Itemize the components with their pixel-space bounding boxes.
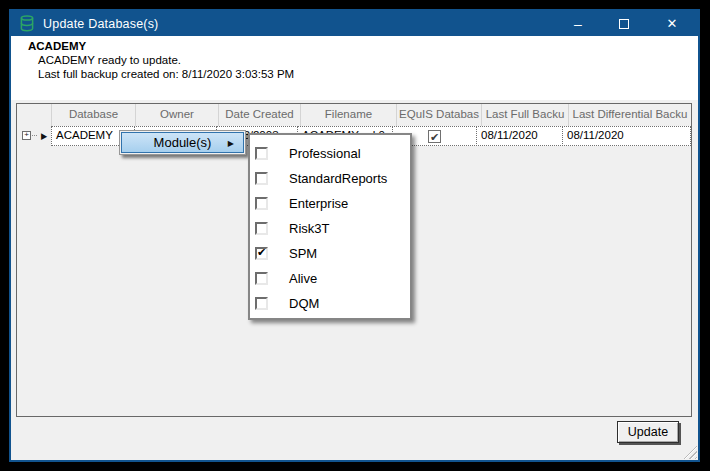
maximize-button[interactable] bbox=[607, 11, 641, 36]
minimize-icon: – bbox=[574, 16, 582, 32]
column-header-filename[interactable]: Filename bbox=[300, 104, 396, 126]
close-icon: ✕ bbox=[667, 16, 678, 31]
submenu-item-professional[interactable]: Professional bbox=[250, 141, 410, 166]
expand-column-header bbox=[17, 104, 37, 126]
submenu-item-spm[interactable]: SPM bbox=[250, 241, 410, 266]
submenu-item-label: Alive bbox=[289, 271, 317, 286]
row-selector-arrow-icon: ▶ bbox=[41, 131, 47, 141]
minimize-button[interactable]: – bbox=[561, 11, 595, 36]
submenu-item-standardreports[interactable]: StandardReports bbox=[250, 166, 410, 191]
submenu-item-label: Professional bbox=[289, 146, 361, 161]
submenu-item-risk3t[interactable]: Risk3T bbox=[250, 216, 410, 241]
equis-database-checkbox[interactable] bbox=[428, 130, 441, 143]
update-databases-dialog: Update Database(s) – ✕ ACADEMY ACADEMY r… bbox=[9, 9, 700, 462]
column-header-last-differential-backup[interactable]: Last Differential Backu bbox=[568, 104, 691, 126]
submenu-item-label: Risk3T bbox=[289, 221, 329, 236]
column-header-owner[interactable]: Owner bbox=[135, 104, 218, 126]
submenu-item-alive[interactable]: Alive bbox=[250, 266, 410, 291]
menu-item-modules[interactable]: Module(s) ▶ bbox=[121, 132, 244, 153]
expand-plus-icon: + bbox=[22, 131, 31, 140]
submenu-item-enterprise[interactable]: Enterprise bbox=[250, 191, 410, 216]
submenu-item-label: DQM bbox=[289, 296, 319, 311]
submenu-item-label: StandardReports bbox=[289, 171, 387, 186]
submenu-item-label: SPM bbox=[289, 246, 317, 261]
database-name-heading: ACADEMY bbox=[28, 40, 86, 52]
close-button[interactable]: ✕ bbox=[655, 11, 689, 36]
alive-checkbox[interactable] bbox=[255, 272, 268, 285]
cell-last-differential-backup[interactable]: 08/11/2020 bbox=[562, 126, 691, 146]
column-header-database[interactable]: Database bbox=[51, 104, 135, 126]
last-backup-text: Last full backup created on: 8/11/2020 3… bbox=[38, 68, 294, 80]
context-menu: Module(s) ▶ bbox=[119, 130, 246, 155]
expand-dotted-connector bbox=[32, 135, 37, 136]
selector-column-header bbox=[37, 104, 51, 126]
status-panel: ACADEMY ACADEMY ready to update. Last fu… bbox=[11, 36, 698, 100]
spm-checkbox[interactable] bbox=[255, 247, 268, 260]
status-text: ACADEMY ready to update. bbox=[38, 54, 181, 66]
modules-submenu: Professional StandardReports Enterprise … bbox=[248, 133, 412, 320]
cell-last-full-backup[interactable]: 08/11/2020 bbox=[476, 126, 563, 146]
update-button[interactable]: Update bbox=[617, 421, 679, 443]
window-title: Update Database(s) bbox=[43, 17, 158, 31]
professional-checkbox[interactable] bbox=[255, 147, 268, 160]
column-header-equis-database[interactable]: EQuIS Databas bbox=[396, 104, 481, 126]
standardreports-checkbox[interactable] bbox=[255, 172, 268, 185]
dqm-checkbox[interactable] bbox=[255, 297, 268, 310]
risk3t-checkbox[interactable] bbox=[255, 222, 268, 235]
row-selector[interactable]: ▶ bbox=[37, 126, 51, 146]
titlebar[interactable]: Update Database(s) – ✕ bbox=[11, 11, 698, 36]
database-icon bbox=[19, 15, 35, 32]
resize-grip[interactable] bbox=[683, 445, 697, 459]
submenu-item-label: Enterprise bbox=[289, 196, 348, 211]
menu-item-label: Module(s) bbox=[154, 135, 212, 150]
maximize-icon bbox=[619, 19, 629, 29]
grid-header-row: Database Owner Date Created Filename EQu… bbox=[17, 104, 691, 126]
submenu-item-dqm[interactable]: DQM bbox=[250, 291, 410, 316]
submenu-arrow-icon: ▶ bbox=[228, 139, 234, 148]
column-header-date-created[interactable]: Date Created bbox=[218, 104, 300, 126]
column-header-last-full-backup[interactable]: Last Full Backu bbox=[481, 104, 568, 126]
enterprise-checkbox[interactable] bbox=[255, 197, 268, 210]
row-expand-toggle[interactable]: + bbox=[17, 126, 37, 146]
